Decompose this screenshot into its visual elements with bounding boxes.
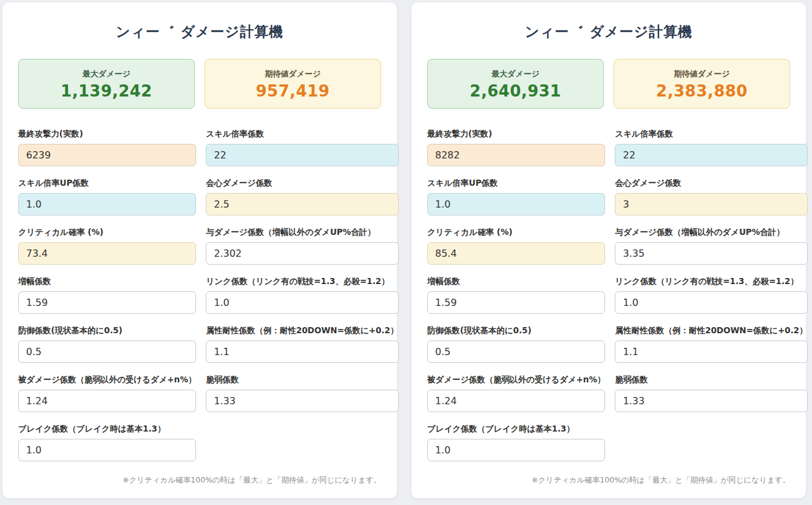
expected-damage-value: 957,419 [205, 82, 381, 100]
field-group: 脆弱係数 [206, 375, 398, 412]
field-label: 会心ダメージ係数 [206, 178, 398, 189]
field-input-0-12[interactable] [18, 439, 196, 461]
field-input-1-8[interactable] [427, 341, 605, 363]
damage-calculator-card: ンィー゛ ダメージ計算機 最大ダメージ 1,139,242 期待値ダメージ 95… [2, 2, 397, 498]
field-input-0-5[interactable] [206, 242, 398, 265]
field-input-1-1[interactable] [615, 144, 807, 166]
field-group: ブレイク係数（ブレイク時は基本1.3） [18, 424, 196, 461]
field-input-1-5[interactable] [615, 242, 807, 265]
expected-damage-value: 2,383,880 [614, 82, 790, 100]
field-group: 被ダメージ係数（脆弱以外の受けるダメ+n%） [18, 375, 196, 412]
field-group: 増幅係数 [427, 276, 605, 314]
field-input-1-7[interactable] [615, 291, 807, 314]
field-label: 会心ダメージ係数 [615, 178, 807, 189]
field-input-1-12[interactable] [427, 439, 605, 461]
field-group: スキル倍率UP係数 [427, 178, 605, 215]
field-input-0-9[interactable] [206, 341, 398, 363]
input-fields-grid: 最終攻撃力(実数) スキル倍率係数 スキル倍率UP係数 会心ダメージ係数 クリテ… [18, 129, 381, 473]
field-group: リンク係数（リンク有の戦技=1.3、必殺=1.2） [206, 276, 398, 314]
expected-damage-box: 期待値ダメージ 2,383,880 [614, 59, 790, 109]
results-row: 最大ダメージ 2,640,931 期待値ダメージ 2,383,880 [427, 59, 790, 109]
field-input-0-3[interactable] [206, 193, 398, 215]
field-input-0-0[interactable] [18, 144, 196, 166]
field-input-1-4[interactable] [427, 242, 605, 265]
field-label: スキル倍率UP係数 [18, 178, 196, 189]
field-label: ブレイク係数（ブレイク時は基本1.3） [18, 424, 196, 435]
field-label: 増幅係数 [18, 276, 196, 287]
field-group: 与ダメージ係数（増幅以外のダメUP%合計） [615, 227, 807, 265]
field-label: スキル倍率係数 [206, 129, 398, 140]
field-group: スキル倍率UP係数 [18, 178, 196, 215]
field-group: 防御係数(現状基本的に0.5) [427, 325, 605, 363]
field-label: 脆弱係数 [206, 375, 398, 385]
field-group: 脆弱係数 [615, 375, 807, 412]
calculator-title: ンィー゛ ダメージ計算機 [427, 23, 790, 41]
field-label: 増幅係数 [427, 276, 605, 287]
field-group: 与ダメージ係数（増幅以外のダメUP%合計） [206, 227, 398, 265]
input-fields-grid: 最終攻撃力(実数) スキル倍率係数 スキル倍率UP係数 会心ダメージ係数 クリテ… [427, 129, 790, 473]
field-group: 防御係数(現状基本的に0.5) [18, 325, 196, 363]
field-group: 会心ダメージ係数 [615, 178, 807, 215]
field-group: 最終攻撃力(実数) [18, 129, 196, 166]
field-input-0-8[interactable] [18, 341, 196, 363]
field-label: クリティカル確率 (%) [18, 227, 196, 238]
max-damage-box: 最大ダメージ 1,139,242 [18, 59, 195, 109]
field-label: 最終攻撃力(実数) [18, 129, 196, 140]
field-input-1-11[interactable] [615, 390, 807, 412]
calculator-title: ンィー゛ ダメージ計算機 [18, 23, 381, 41]
field-input-0-10[interactable] [18, 390, 196, 412]
field-input-0-7[interactable] [206, 291, 398, 314]
field-label: 属性耐性係数（例：耐性20DOWN=係数に+0.2） [615, 325, 807, 336]
field-label: 被ダメージ係数（脆弱以外の受けるダメ+n%） [18, 375, 196, 385]
results-row: 最大ダメージ 1,139,242 期待値ダメージ 957,419 [18, 59, 381, 109]
field-input-0-11[interactable] [206, 390, 398, 412]
page-background: ンィー゛ ダメージ計算機 最大ダメージ 1,139,242 期待値ダメージ 95… [0, 0, 812, 505]
field-label: リンク係数（リンク有の戦技=1.3、必殺=1.2） [206, 276, 398, 287]
field-label: ブレイク係数（ブレイク時は基本1.3） [427, 424, 605, 435]
field-input-0-1[interactable] [206, 144, 398, 166]
field-input-1-0[interactable] [427, 144, 605, 166]
field-group: 増幅係数 [18, 276, 196, 314]
field-input-1-2[interactable] [427, 193, 605, 215]
field-input-1-9[interactable] [615, 341, 807, 363]
max-damage-value: 2,640,931 [428, 82, 603, 100]
field-group: リンク係数（リンク有の戦技=1.3、必殺=1.2） [615, 276, 807, 314]
expected-damage-box: 期待値ダメージ 957,419 [205, 59, 381, 109]
max-damage-label: 最大ダメージ [428, 69, 603, 80]
max-damage-value: 1,139,242 [19, 82, 194, 100]
field-label: スキル倍率UP係数 [427, 178, 605, 189]
field-group: 会心ダメージ係数 [206, 178, 398, 215]
max-damage-label: 最大ダメージ [19, 69, 194, 80]
max-damage-box: 最大ダメージ 2,640,931 [427, 59, 604, 109]
field-label: 属性耐性係数（例：耐性20DOWN=係数に+0.2） [206, 325, 398, 336]
field-group: 被ダメージ係数（脆弱以外の受けるダメ+n%） [427, 375, 605, 412]
field-input-0-4[interactable] [18, 242, 196, 265]
field-input-0-6[interactable] [18, 291, 196, 314]
field-group: クリティカル確率 (%) [427, 227, 605, 265]
damage-calculator-card: ンィー゛ ダメージ計算機 最大ダメージ 2,640,931 期待値ダメージ 2,… [411, 2, 806, 498]
field-group: 属性耐性係数（例：耐性20DOWN=係数に+0.2） [206, 325, 398, 363]
field-group: スキル倍率係数 [206, 129, 398, 166]
field-input-1-3[interactable] [615, 193, 807, 215]
footnote: ※クリティカル確率100%の時は「最大」と「期待値」が同じになります。 [427, 475, 790, 486]
field-group: 最終攻撃力(実数) [427, 129, 605, 166]
field-label: 防御係数(現状基本的に0.5) [427, 325, 605, 336]
field-input-1-6[interactable] [427, 291, 605, 314]
field-label: クリティカル確率 (%) [427, 227, 605, 238]
footnote: ※クリティカル確率100%の時は「最大」と「期待値」が同じになります。 [18, 475, 381, 486]
field-label: 脆弱係数 [615, 375, 807, 385]
field-label: 防御係数(現状基本的に0.5) [18, 325, 196, 336]
field-label: リンク係数（リンク有の戦技=1.3、必殺=1.2） [615, 276, 807, 287]
expected-damage-label: 期待値ダメージ [205, 69, 381, 80]
field-group: 属性耐性係数（例：耐性20DOWN=係数に+0.2） [615, 325, 807, 363]
field-label: 与ダメージ係数（増幅以外のダメUP%合計） [206, 227, 398, 238]
field-group: ブレイク係数（ブレイク時は基本1.3） [427, 424, 605, 461]
field-group: スキル倍率係数 [615, 129, 807, 166]
field-group: クリティカル確率 (%) [18, 227, 196, 265]
calculator-cards-container: ンィー゛ ダメージ計算機 最大ダメージ 1,139,242 期待値ダメージ 95… [2, 2, 806, 505]
field-label: 与ダメージ係数（増幅以外のダメUP%合計） [615, 227, 807, 238]
field-label: 最終攻撃力(実数) [427, 129, 605, 140]
field-input-1-10[interactable] [427, 390, 605, 412]
field-input-0-2[interactable] [18, 193, 196, 215]
field-label: スキル倍率係数 [615, 129, 807, 140]
